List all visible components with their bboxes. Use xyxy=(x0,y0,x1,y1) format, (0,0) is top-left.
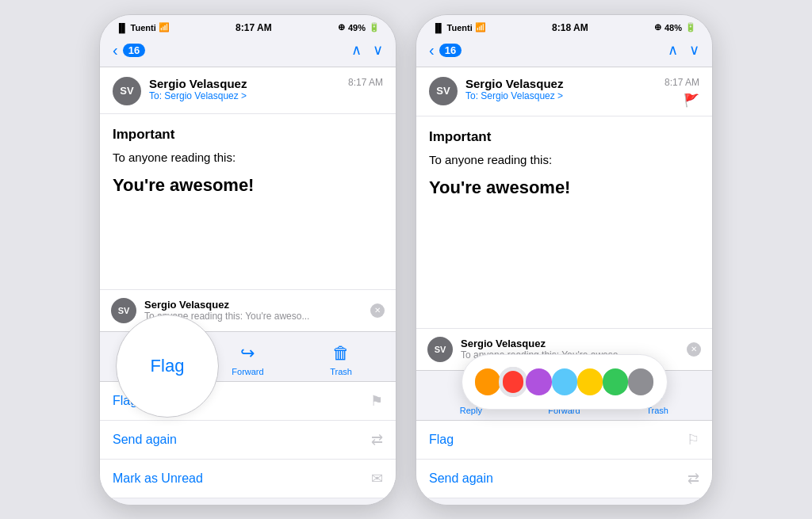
email-body-line1-2: To anyone reading this: xyxy=(429,153,699,166)
color-orange-2[interactable] xyxy=(475,368,500,395)
location-icon-2: ⊕ xyxy=(654,22,661,32)
color-green-2[interactable] xyxy=(603,368,628,395)
email-subject-2: Important xyxy=(429,129,699,145)
nav-arrows-1: ∧ ∨ xyxy=(351,41,383,59)
sender-name-2: Sergio Velasquez xyxy=(465,77,657,90)
status-bar-2: ▐▌ Tuenti 📶 8:18 AM ⊕ 48% 🔋 xyxy=(416,15,712,37)
avatar-2: SV xyxy=(429,77,458,105)
flag-icon-2: ⚐ xyxy=(687,431,699,448)
carrier-name-2: Tuenti xyxy=(447,23,473,32)
back-button-1[interactable]: ‹ 16 xyxy=(113,41,145,59)
email-header-2: SV Sergio Velasquez To: Sergio Velasquez… xyxy=(416,67,712,116)
email-header-1: SV Sergio Velasquez To: Sergio Velasquez… xyxy=(100,67,396,114)
close-preview-2[interactable]: ✕ xyxy=(687,342,701,357)
email-meta-1: Sergio Velasquez To: Sergio Velasquez > xyxy=(149,77,340,101)
flag-circle-label-1: Flag xyxy=(151,356,185,376)
carrier-name-1: Tuenti xyxy=(131,23,156,32)
battery-percent-1: 49% xyxy=(348,23,366,32)
battery-percent-2: 48% xyxy=(665,23,682,32)
sender-name-1: Sergio Velasquez xyxy=(149,77,340,90)
mark-unread-icon-1: ✉ xyxy=(371,470,383,487)
signal-bars-icon: ▐▌ xyxy=(116,23,128,32)
email-to-2: To: Sergio Velasquez > xyxy=(465,90,657,101)
flag-icon-1: ⚑ xyxy=(370,392,383,410)
color-red-2[interactable] xyxy=(500,368,527,395)
battery-icon-2: 🔋 xyxy=(685,22,696,32)
menu-section-2: Flag ⚐ Send again ⇄ xyxy=(416,420,712,498)
nav-arrows-2: ∧ ∨ xyxy=(668,41,699,59)
email-body-1: Important To anyone reading this: You're… xyxy=(100,114,396,289)
avatar-1: SV xyxy=(113,77,141,105)
prev-arrow-2[interactable]: ∧ xyxy=(668,41,678,59)
wifi-icon-2: 📶 xyxy=(475,22,486,32)
email-body-line1-1: To anyone reading this: xyxy=(113,151,383,164)
forward-label-1: Forward xyxy=(232,367,263,376)
flag-label-2: Flag xyxy=(429,433,454,447)
close-preview-1[interactable]: ✕ xyxy=(370,303,385,318)
forward-icon-1: ↪ xyxy=(240,343,255,364)
send-again-label-2: Send again xyxy=(429,471,493,486)
badge-count-2: 16 xyxy=(439,44,462,57)
mark-unread-menu-item-1[interactable]: Mark as Unread ✉ xyxy=(100,460,396,498)
nav-bar-2: ‹ 16 ∧ ∨ xyxy=(416,37,712,67)
battery-area-1: ⊕ 49% 🔋 xyxy=(338,22,380,32)
trash-label-1: Trash xyxy=(330,367,352,376)
email-area-1: SV Sergio Velasquez To: Sergio Velasquez… xyxy=(100,67,396,331)
color-cyan-2[interactable] xyxy=(552,368,577,395)
time-1: 8:17 AM xyxy=(236,22,272,33)
signal-bars-icon-2: ▐▌ xyxy=(432,23,445,32)
mark-unread-label-1: Mark as Unread xyxy=(113,471,203,486)
color-picker-overlay-2[interactable] xyxy=(462,354,668,410)
prev-arrow-1[interactable]: ∧ xyxy=(351,41,362,59)
preview-name-1: Sergio Velasquez xyxy=(144,299,362,311)
trash-icon-1: 🗑 xyxy=(332,343,350,364)
send-again-menu-item-1[interactable]: Send again ⇄ xyxy=(100,421,396,460)
email-time-2: 8:17 AM xyxy=(665,77,699,88)
preview-name-2: Sergio Velasquez xyxy=(461,338,679,349)
location-icon: ⊕ xyxy=(338,22,345,32)
battery-area-2: ⊕ 48% 🔋 xyxy=(654,22,696,32)
forward-button-1[interactable]: ↪ Forward xyxy=(216,343,279,376)
wifi-icon-1: 📶 xyxy=(159,22,170,32)
email-to-1: To: Sergio Velasquez > xyxy=(149,90,340,101)
preview-avatar-1: SV xyxy=(111,298,136,323)
color-gray-2[interactable] xyxy=(628,368,653,395)
carrier-signal-1: ▐▌ Tuenti 📶 xyxy=(116,22,170,32)
color-yellow-2[interactable] xyxy=(577,368,603,395)
color-purple-2[interactable] xyxy=(526,368,551,395)
phone-1: ▐▌ Tuenti 📶 8:17 AM ⊕ 49% 🔋 ‹ 16 ∧ ∨ xyxy=(99,14,396,506)
carrier-signal-2: ▐▌ Tuenti 📶 xyxy=(432,22,486,32)
phone-2: ▐▌ Tuenti 📶 8:18 AM ⊕ 48% 🔋 ‹ 16 ∧ ∨ xyxy=(416,14,713,506)
nav-bar-1: ‹ 16 ∧ ∨ xyxy=(100,37,396,67)
email-area-2: SV Sergio Velasquez To: Sergio Velasquez… xyxy=(416,67,712,370)
email-body-bold-2: You're awesome! xyxy=(429,177,699,198)
email-body-2: Important To anyone reading this: You're… xyxy=(416,116,712,328)
back-button-2[interactable]: ‹ 16 xyxy=(429,41,462,59)
chevron-left-icon-2: ‹ xyxy=(429,41,435,59)
trash-button-1[interactable]: 🗑 Trash xyxy=(309,343,373,376)
badge-count-1: 16 xyxy=(123,44,145,57)
flag-indicator-2: 🚩 xyxy=(684,93,699,108)
send-again-icon-1: ⇄ xyxy=(371,431,383,448)
send-again-label-1: Send again xyxy=(113,433,177,447)
status-bar-1: ▐▌ Tuenti 📶 8:17 AM ⊕ 49% 🔋 xyxy=(100,15,396,37)
email-time-1: 8:17 AM xyxy=(348,77,383,88)
next-arrow-1[interactable]: ∨ xyxy=(373,41,383,59)
send-again-menu-item-2[interactable]: Send again ⇄ xyxy=(416,460,712,498)
email-body-bold-1: You're awesome! xyxy=(113,175,383,196)
email-subject-1: Important xyxy=(113,127,383,143)
time-2: 8:18 AM xyxy=(552,22,588,33)
flag-menu-item-2[interactable]: Flag ⚐ xyxy=(416,421,712,460)
send-again-icon-2: ⇄ xyxy=(688,470,699,487)
chevron-left-icon: ‹ xyxy=(113,41,118,59)
battery-icon-1: 🔋 xyxy=(369,22,380,32)
next-arrow-2[interactable]: ∨ xyxy=(689,41,699,59)
email-meta-2: Sergio Velasquez To: Sergio Velasquez > xyxy=(465,77,657,101)
preview-avatar-2: SV xyxy=(427,337,453,362)
flag-circle-overlay-1[interactable]: Flag xyxy=(116,315,219,418)
